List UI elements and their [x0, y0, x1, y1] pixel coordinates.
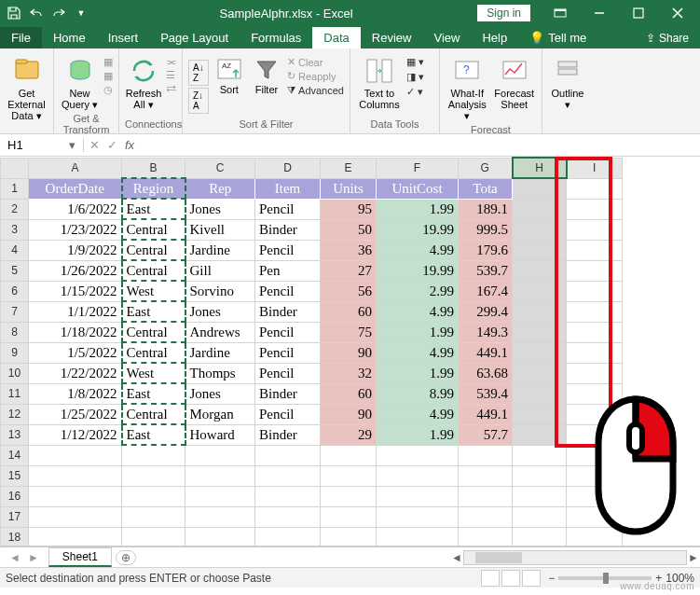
properties-button[interactable]: ☰	[166, 69, 176, 81]
sort-az-button[interactable]: A↓Z	[188, 60, 209, 86]
row-header[interactable]: 18	[1, 527, 29, 547]
edit-links-button[interactable]: ⮂	[166, 83, 176, 94]
chevron-down-icon[interactable]: ▾	[69, 138, 75, 152]
cell[interactable]	[513, 199, 567, 219]
row-header[interactable]: 1	[1, 178, 29, 199]
cell[interactable]: 179.6	[459, 240, 513, 260]
undo-icon[interactable]	[26, 3, 47, 23]
cell[interactable]: 1/15/2022	[29, 281, 122, 301]
cell[interactable]: 19.99	[377, 260, 459, 281]
cell[interactable]: 1/5/2022	[29, 342, 122, 363]
cell[interactable]	[567, 363, 623, 383]
redo-icon[interactable]	[48, 3, 69, 23]
cell[interactable]	[122, 445, 185, 465]
cell[interactable]	[513, 322, 567, 342]
tab-view[interactable]: View	[422, 27, 471, 48]
cell[interactable]	[377, 445, 459, 465]
fx-icon[interactable]: fx	[125, 138, 134, 152]
cell[interactable]	[29, 465, 122, 486]
sort-za-button[interactable]: Z↓A	[188, 88, 209, 114]
cell[interactable]: 57.7	[459, 424, 513, 445]
cell[interactable]: 299.4	[459, 301, 513, 322]
cell[interactable]	[513, 260, 567, 281]
connections-button[interactable]: ⫘	[166, 56, 176, 67]
cell[interactable]	[513, 281, 567, 301]
cell[interactable]: Pencil	[255, 363, 321, 383]
show-queries-button[interactable]: ▦	[103, 56, 113, 68]
cell[interactable]: 29	[321, 424, 377, 445]
cell[interactable]	[567, 301, 623, 322]
new-query-button[interactable]: New Query ▾	[60, 52, 100, 111]
cell[interactable]: 1/25/2022	[29, 404, 122, 424]
close-icon[interactable]	[659, 0, 696, 26]
cell[interactable]	[377, 527, 459, 547]
cell[interactable]: 1/12/2022	[29, 424, 122, 445]
cell[interactable]: 90	[321, 404, 377, 424]
sort-button[interactable]: AZSort	[213, 52, 246, 95]
cell[interactable]	[185, 445, 255, 465]
tab-insert[interactable]: Insert	[97, 27, 150, 48]
cell[interactable]: Pen	[255, 260, 321, 281]
cell[interactable]	[513, 219, 567, 240]
header-cell[interactable]: Region	[122, 178, 185, 199]
cell[interactable]	[459, 486, 513, 506]
cell[interactable]: 449.1	[459, 404, 513, 424]
col-header-e[interactable]: E	[321, 158, 377, 178]
cell[interactable]: Binder	[255, 383, 321, 404]
cell[interactable]: 449.1	[459, 342, 513, 363]
data-validation-button[interactable]: ✓ ▾	[406, 86, 424, 98]
cell[interactable]: 2.99	[377, 281, 459, 301]
cell[interactable]: Pencil	[255, 322, 321, 342]
share-button[interactable]: ⇪Share	[635, 28, 700, 48]
cell[interactable]	[377, 486, 459, 506]
cell[interactable]	[185, 465, 255, 486]
cell[interactable]: 1/1/2022	[29, 301, 122, 322]
cell[interactable]: West	[122, 363, 185, 383]
cell[interactable]	[321, 506, 377, 527]
cell[interactable]: 1/18/2022	[29, 322, 122, 342]
minimize-icon[interactable]	[581, 0, 618, 26]
row-header[interactable]: 2	[1, 199, 29, 219]
text-to-columns-button[interactable]: Text to Columns	[356, 52, 403, 110]
tab-data[interactable]: Data	[312, 27, 360, 48]
row-header[interactable]: 13	[1, 424, 29, 445]
cell[interactable]	[459, 465, 513, 486]
cell[interactable]	[122, 527, 185, 547]
cell[interactable]: East	[122, 301, 185, 322]
forecast-sheet-button[interactable]: Forecast Sheet	[493, 52, 537, 110]
scroll-left-icon[interactable]: ◄	[450, 551, 463, 564]
get-external-data-button[interactable]: Get External Data ▾	[6, 52, 48, 122]
cell[interactable]	[567, 240, 623, 260]
cell[interactable]: 4.99	[377, 301, 459, 322]
cell[interactable]	[29, 527, 122, 547]
cell[interactable]	[567, 199, 623, 219]
cell[interactable]	[29, 486, 122, 506]
cell[interactable]: Pencil	[255, 342, 321, 363]
cell[interactable]: Jones	[185, 383, 255, 404]
header-cell[interactable]: UnitCost	[377, 178, 459, 199]
cell[interactable]: Morgan	[185, 404, 255, 424]
row-header[interactable]: 6	[1, 281, 29, 301]
cell[interactable]	[185, 486, 255, 506]
page-break-view-button[interactable]	[522, 570, 541, 587]
outline-button[interactable]: Outline ▾	[548, 52, 587, 111]
cell[interactable]: Pencil	[255, 240, 321, 260]
advanced-button[interactable]: ⧩ Advanced	[287, 84, 344, 96]
cell[interactable]	[122, 486, 185, 506]
col-header-c[interactable]: C	[185, 158, 255, 178]
name-box[interactable]: H1▾	[0, 138, 84, 152]
col-header-f[interactable]: F	[377, 158, 459, 178]
cell[interactable]: Jones	[185, 301, 255, 322]
header-cell[interactable]: Item	[255, 178, 321, 199]
cell[interactable]: Central	[122, 322, 185, 342]
cell[interactable]: 56	[321, 281, 377, 301]
cell[interactable]	[513, 465, 567, 486]
row-header[interactable]: 10	[1, 363, 29, 383]
maximize-icon[interactable]	[620, 0, 657, 26]
col-header-h[interactable]: H	[513, 158, 567, 178]
cell[interactable]: 189.1	[459, 199, 513, 219]
cell[interactable]: 27	[321, 260, 377, 281]
cell[interactable]: East	[122, 424, 185, 445]
col-header-i[interactable]: I	[567, 158, 623, 178]
cell[interactable]	[122, 465, 185, 486]
